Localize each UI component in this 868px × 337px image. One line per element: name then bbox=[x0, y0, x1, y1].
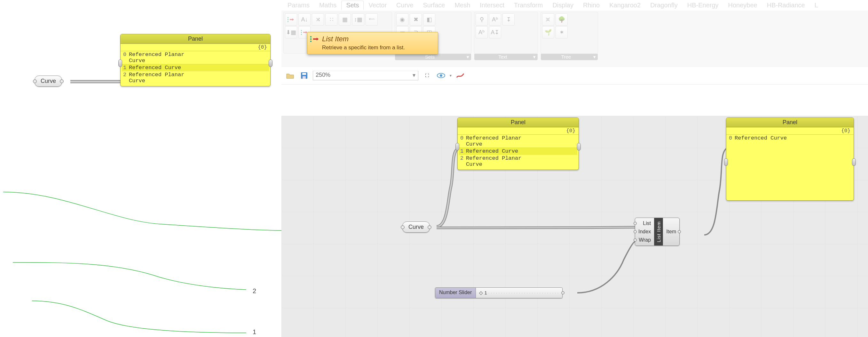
member-icon[interactable]: ◧ bbox=[423, 13, 435, 26]
tab-hbenergy[interactable]: HB-Energy bbox=[682, 1, 723, 10]
tab-sets[interactable]: Sets bbox=[341, 1, 364, 10]
list-item-glyph bbox=[287, 16, 295, 23]
insert-icon[interactable]: ⬇▦ bbox=[285, 26, 297, 38]
tab-vector[interactable]: Vector bbox=[364, 1, 392, 10]
split-icon[interactable]: ⬳ bbox=[366, 13, 378, 26]
panel-title: Panel bbox=[726, 118, 854, 128]
tab-intersect[interactable]: Intersect bbox=[475, 1, 509, 10]
svg-rect-2 bbox=[287, 21, 288, 22]
panel-row: 0Referenced Curve bbox=[727, 135, 852, 141]
tab-params[interactable]: Params bbox=[283, 1, 314, 10]
svg-rect-11 bbox=[303, 76, 306, 79]
ribbon-label-text[interactable]: Text▾ bbox=[474, 54, 538, 60]
panel-path: {0} bbox=[121, 44, 270, 51]
shuffle-icon[interactable]: ⤨ bbox=[312, 13, 324, 26]
explode-icon[interactable]: ✶ bbox=[556, 26, 568, 38]
list-item-component[interactable]: List Index Wrap List Item Item bbox=[635, 218, 680, 246]
ribbon-label-sets[interactable]: Sets▾ bbox=[395, 54, 471, 60]
flatten-icon[interactable]: ⯏ bbox=[542, 13, 554, 26]
tooltip-listitem: List Item Retrieve a specific item from … bbox=[307, 32, 438, 54]
menu-tabs: Params Maths Sets Vector Curve Surface M… bbox=[281, 0, 868, 10]
svg-rect-3 bbox=[301, 30, 302, 31]
tab-maths[interactable]: Maths bbox=[314, 1, 341, 10]
panel-path: {0} bbox=[458, 128, 579, 135]
svg-rect-1 bbox=[287, 19, 288, 20]
curve-param-left[interactable]: Curve bbox=[35, 76, 62, 87]
tooltip-title: List Item bbox=[322, 35, 433, 43]
text-icon[interactable]: ⚲ bbox=[475, 13, 488, 26]
preview-icon[interactable] bbox=[436, 70, 446, 81]
panel-input-grip[interactable] bbox=[456, 143, 459, 151]
tab-curve[interactable]: Curve bbox=[392, 1, 418, 10]
input-list[interactable]: List bbox=[638, 219, 651, 228]
panel-row: 0Referenced Planar Curve bbox=[459, 135, 577, 147]
panel-input-grip[interactable] bbox=[724, 159, 728, 166]
tab-honeybee[interactable]: Honeybee bbox=[723, 1, 762, 10]
jitter-icon[interactable]: ∷ bbox=[325, 13, 337, 26]
component-name: List Item bbox=[654, 218, 663, 246]
curve-param-canvas[interactable]: Curve bbox=[402, 222, 430, 233]
svg-rect-0 bbox=[287, 17, 288, 18]
delete-icon[interactable]: ✖ bbox=[410, 13, 422, 26]
tab-dragonfly[interactable]: Dragonfly bbox=[645, 1, 682, 10]
sketch-icon[interactable] bbox=[455, 70, 466, 81]
list-item-icon[interactable] bbox=[285, 13, 297, 26]
panel-output-grip[interactable] bbox=[577, 143, 581, 151]
number-slider[interactable]: Number Slider 1 bbox=[435, 287, 563, 298]
panel-input-grip[interactable] bbox=[118, 59, 122, 67]
panel-title: Panel bbox=[121, 34, 270, 44]
tab-mesh[interactable]: Mesh bbox=[450, 1, 475, 10]
slider-track[interactable]: 1 bbox=[476, 288, 562, 298]
list-item-icon bbox=[310, 35, 319, 45]
slider-value: 1 bbox=[479, 290, 487, 296]
slider-label: Number Slider bbox=[435, 288, 476, 298]
tooltip-desc: Retrieve a specific item from a list. bbox=[322, 45, 433, 51]
wire-curve-to-panel-left bbox=[70, 72, 125, 91]
tab-kangaroo2[interactable]: Kangaroo2 bbox=[604, 1, 645, 10]
sketch-label-1: 1 bbox=[253, 328, 256, 336]
zoom-combo[interactable]: 250% bbox=[313, 71, 418, 80]
sketch-label-2: 2 bbox=[253, 287, 256, 295]
panel-input-canvas[interactable]: Panel {0} 0Referenced Planar Curve 1Refe… bbox=[457, 117, 579, 170]
zoom-value: 250% bbox=[316, 72, 330, 78]
graft-icon[interactable]: 🌳 bbox=[556, 13, 568, 26]
sort-text-icon[interactable]: A↧ bbox=[489, 26, 501, 38]
input-index[interactable]: Index bbox=[638, 228, 651, 236]
ribbon-label-tree[interactable]: Tree▾ bbox=[541, 54, 598, 60]
open-file-icon[interactable] bbox=[285, 70, 296, 81]
left-illustration-region: Curve Panel {0} 0Referenced Planar Curve… bbox=[0, 0, 281, 337]
format-icon[interactable]: ↧ bbox=[502, 13, 515, 26]
panel-output-grip[interactable] bbox=[269, 59, 273, 67]
tab-display[interactable]: Display bbox=[548, 1, 578, 10]
svg-rect-8 bbox=[310, 40, 311, 42]
chars-icon[interactable]: Aᵇ bbox=[475, 26, 488, 38]
tab-hbradiance[interactable]: HB-Radiance bbox=[762, 1, 810, 10]
output-item[interactable]: Item bbox=[665, 228, 677, 236]
tab-rhino[interactable]: Rhino bbox=[578, 1, 604, 10]
sort-icon[interactable]: A↓ bbox=[299, 13, 311, 26]
panel-body: 0Referenced Planar Curve 1Referenced Cur… bbox=[121, 51, 270, 86]
panel-left[interactable]: Panel {0} 0Referenced Planar Curve 1Refe… bbox=[120, 34, 271, 86]
input-wrap[interactable]: Wrap bbox=[638, 236, 651, 244]
sketch-curves bbox=[0, 173, 281, 337]
tab-more[interactable]: L bbox=[810, 1, 823, 10]
svg-rect-6 bbox=[310, 36, 311, 37]
simplify-icon[interactable]: 🌱 bbox=[542, 26, 554, 38]
grasshopper-canvas[interactable]: Curve Panel {0} 0Referenced Planar Curve… bbox=[281, 116, 868, 337]
panel-row: 1Referenced Curve bbox=[459, 147, 577, 155]
panel-output-canvas[interactable]: Panel {0} 0Referenced Curve bbox=[726, 117, 854, 201]
tab-surface[interactable]: Surface bbox=[418, 1, 450, 10]
panel-row: 2Referenced Planar Curve bbox=[122, 71, 269, 84]
shift-icon[interactable]: ↕▦ bbox=[352, 13, 364, 26]
zoom-extents-icon[interactable]: ⛶ bbox=[422, 70, 432, 81]
panel-output-grip[interactable] bbox=[852, 159, 856, 166]
tab-transform[interactable]: Transform bbox=[509, 1, 548, 10]
ribbon-group-tree: ⯏ 🌳 🌱 ✶ Tree▾ bbox=[540, 12, 598, 53]
curve-param-label: Curve bbox=[408, 224, 424, 230]
concat-icon[interactable]: Aᵇ bbox=[489, 13, 501, 26]
svg-rect-4 bbox=[301, 32, 302, 33]
slider-output-grip[interactable] bbox=[561, 291, 564, 294]
union-icon[interactable]: ◉ bbox=[396, 13, 408, 26]
save-icon[interactable] bbox=[299, 70, 310, 81]
cull-icon[interactable]: ▦ bbox=[339, 13, 351, 26]
